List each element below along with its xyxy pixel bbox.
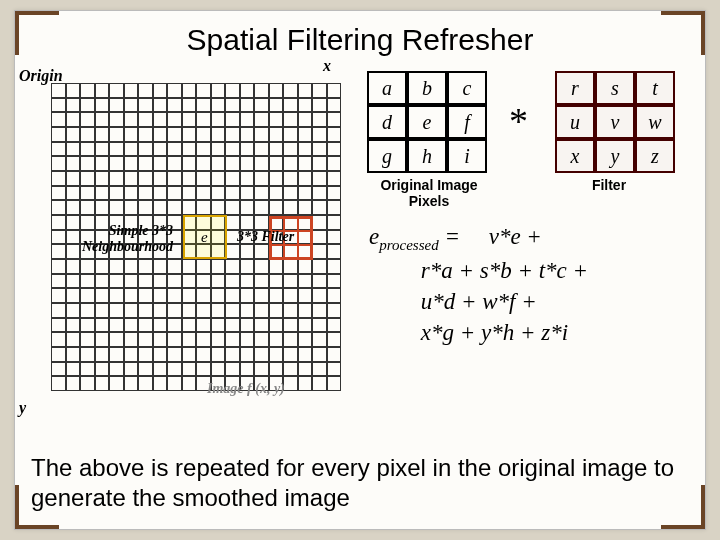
center-pixel-label: e	[201, 229, 208, 246]
formula-line4: x*g + y*h + z*i	[421, 320, 568, 345]
filter-label: Filter	[579, 177, 639, 193]
cell-u: u	[555, 105, 595, 139]
y-axis-label: y	[19, 399, 26, 417]
slide-frame: Spatial Filtering Refresher Origin x y S…	[14, 10, 706, 530]
cell-a: a	[367, 71, 407, 105]
original-pixels-label: Original Image Pixels	[371, 177, 487, 209]
page-title: Spatial Filtering Refresher	[33, 23, 687, 57]
cell-c: c	[447, 71, 487, 105]
filter-matrix: r s t u v w x y z	[555, 71, 675, 173]
cell-z: z	[635, 139, 675, 173]
corner-decoration	[661, 11, 705, 15]
neighbourhood-label: Simple 3*3 Neighbourhood	[77, 223, 173, 255]
cell-x: x	[555, 139, 595, 173]
cell-w: w	[635, 105, 675, 139]
formula-sub: processed	[379, 237, 438, 253]
cell-t: t	[635, 71, 675, 105]
cell-v: v	[595, 105, 635, 139]
cell-f: f	[447, 105, 487, 139]
formula-eq: =	[439, 224, 466, 249]
cell-e: e	[407, 105, 447, 139]
cell-g: g	[367, 139, 407, 173]
cell-r: r	[555, 71, 595, 105]
formula-line1: v*e +	[489, 224, 542, 249]
corner-decoration	[15, 11, 59, 15]
cell-d: d	[367, 105, 407, 139]
bottom-caption: The above is repeated for every pixel in…	[31, 453, 689, 513]
pixels-matrix: a b c d e f g h i	[367, 71, 487, 173]
image-function-label: Image f (x, y)	[207, 381, 285, 397]
corner-decoration	[661, 525, 705, 529]
corner-decoration	[15, 11, 19, 55]
cell-y: y	[595, 139, 635, 173]
filter-3x3-label: 3*3 Filter	[237, 229, 294, 245]
formula-e: e	[369, 224, 379, 249]
cell-b: b	[407, 71, 447, 105]
formula-block: eprocessed = v*e + r*a + s*b + t*c + u*d…	[369, 221, 677, 348]
cell-h: h	[407, 139, 447, 173]
corner-decoration	[15, 485, 19, 529]
corner-decoration	[15, 525, 59, 529]
formula-line2: r*a + s*b + t*c +	[421, 258, 588, 283]
cell-i: i	[447, 139, 487, 173]
convolution-star-icon: *	[509, 99, 528, 143]
cell-s: s	[595, 71, 635, 105]
corner-decoration	[701, 485, 705, 529]
x-axis-label: x	[323, 57, 331, 75]
formula-line3: u*d + w*f +	[421, 289, 537, 314]
corner-decoration	[701, 11, 705, 55]
